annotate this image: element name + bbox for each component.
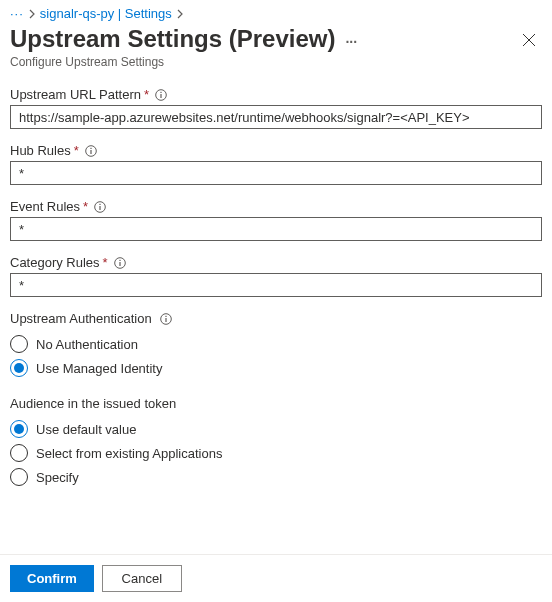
info-icon[interactable] bbox=[94, 201, 106, 213]
breadcrumb-more-icon[interactable]: ··· bbox=[10, 6, 24, 21]
svg-rect-1 bbox=[160, 94, 161, 98]
radio-label: Use default value bbox=[36, 422, 136, 437]
radio-audience-specify[interactable]: Specify bbox=[10, 465, 542, 489]
svg-rect-2 bbox=[160, 91, 161, 92]
info-icon[interactable] bbox=[155, 89, 167, 101]
divider bbox=[0, 554, 552, 555]
radio-no-auth[interactable]: No Authentication bbox=[10, 332, 542, 356]
radio-label: Specify bbox=[36, 470, 79, 485]
radio-label: Use Managed Identity bbox=[36, 361, 162, 376]
hub-rules-input[interactable] bbox=[10, 161, 542, 185]
category-rules-input[interactable] bbox=[10, 273, 542, 297]
required-icon: * bbox=[74, 143, 79, 158]
required-icon: * bbox=[144, 87, 149, 102]
cancel-button[interactable]: Cancel bbox=[102, 565, 182, 592]
radio-audience-default[interactable]: Use default value bbox=[10, 417, 542, 441]
info-icon[interactable] bbox=[114, 257, 126, 269]
radio-managed-identity[interactable]: Use Managed Identity bbox=[10, 356, 542, 380]
chevron-right-icon bbox=[28, 9, 36, 19]
category-rules-label: Category Rules bbox=[10, 255, 100, 270]
breadcrumb-link-settings[interactable]: signalr-qs-py | Settings bbox=[40, 6, 172, 21]
svg-rect-7 bbox=[100, 206, 101, 210]
required-icon: * bbox=[103, 255, 108, 270]
svg-rect-11 bbox=[119, 259, 120, 260]
page-subtitle: Configure Upstream Settings bbox=[10, 55, 357, 69]
footer: Confirm Cancel bbox=[0, 555, 552, 602]
event-rules-input[interactable] bbox=[10, 217, 542, 241]
svg-rect-5 bbox=[90, 147, 91, 148]
page-title: Upstream Settings (Preview) bbox=[10, 25, 335, 53]
radio-icon bbox=[10, 359, 28, 377]
radio-icon bbox=[10, 420, 28, 438]
svg-rect-8 bbox=[100, 203, 101, 204]
close-icon[interactable] bbox=[522, 25, 538, 50]
url-pattern-label: Upstream URL Pattern bbox=[10, 87, 141, 102]
event-rules-label: Event Rules bbox=[10, 199, 80, 214]
radio-audience-existing[interactable]: Select from existing Applications bbox=[10, 441, 542, 465]
radio-label: Select from existing Applications bbox=[36, 446, 222, 461]
hub-rules-label: Hub Rules bbox=[10, 143, 71, 158]
more-actions-icon[interactable]: ··· bbox=[345, 28, 357, 50]
confirm-button[interactable]: Confirm bbox=[10, 565, 94, 592]
breadcrumb: ··· signalr-qs-py | Settings bbox=[0, 0, 552, 23]
required-icon: * bbox=[83, 199, 88, 214]
audience-section-label: Audience in the issued token bbox=[10, 396, 176, 411]
radio-icon bbox=[10, 444, 28, 462]
info-icon[interactable] bbox=[85, 145, 97, 157]
info-icon[interactable] bbox=[160, 313, 172, 325]
radio-icon bbox=[10, 335, 28, 353]
panel-header: Upstream Settings (Preview) ··· Configur… bbox=[0, 23, 552, 69]
radio-label: No Authentication bbox=[36, 337, 138, 352]
svg-rect-13 bbox=[165, 318, 166, 322]
url-pattern-input[interactable] bbox=[10, 105, 542, 129]
chevron-right-icon bbox=[176, 9, 184, 19]
auth-section-label: Upstream Authentication bbox=[10, 311, 152, 326]
svg-rect-10 bbox=[119, 262, 120, 266]
radio-icon bbox=[10, 468, 28, 486]
svg-rect-4 bbox=[90, 150, 91, 154]
svg-rect-14 bbox=[165, 315, 166, 316]
